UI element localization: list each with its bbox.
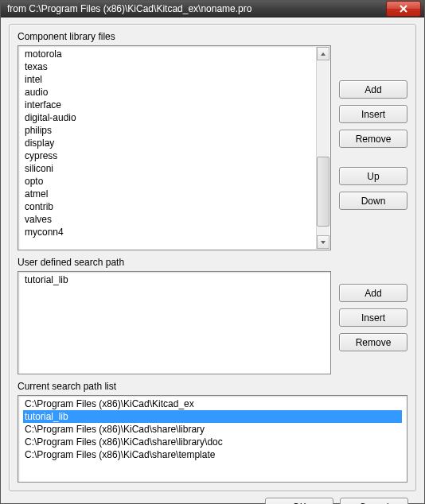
user-search-path-row: tutorial_lib Add Insert Remove [18, 271, 407, 374]
current-search-path-list[interactable]: C:\Program Files (x86)\KiCad\Kitcad_extu… [18, 395, 407, 483]
scroll-track[interactable] [317, 60, 329, 235]
insert-button[interactable]: Insert [339, 308, 407, 327]
current-search-path-label: Current search path list [18, 381, 407, 392]
add-button[interactable]: Add [339, 80, 407, 99]
list-item[interactable]: myconn4 [23, 226, 326, 238]
list-item[interactable]: tutorial_lib [23, 273, 326, 286]
dialog-window: from C:\Program Files (x86)\KiCad\Kitcad… [0, 0, 425, 504]
remove-button[interactable]: Remove [339, 333, 407, 351]
svg-marker-3 [321, 241, 326, 244]
insert-button[interactable]: Insert [339, 105, 407, 123]
scroll-up-button[interactable] [317, 47, 329, 60]
scroll-down-button[interactable] [317, 235, 329, 249]
close-button[interactable] [386, 1, 421, 17]
up-button[interactable]: Up [339, 167, 407, 185]
list-item[interactable]: digital-audio [23, 111, 326, 124]
list-item[interactable]: display [23, 137, 326, 149]
titlebar[interactable]: from C:\Program Files (x86)\KiCad\Kitcad… [1, 1, 424, 17]
list-item[interactable]: C:\Program Files (x86)\KiCad\share\templ… [23, 448, 402, 461]
svg-marker-2 [321, 52, 326, 56]
component-library-scrollbar[interactable] [316, 47, 329, 249]
dialog-footer: OK Cancel [9, 491, 416, 504]
component-library-list[interactable]: motorolatexasintelaudiointerfacedigital-… [18, 45, 331, 250]
list-item[interactable]: texas [23, 60, 326, 73]
scroll-thumb[interactable] [317, 157, 329, 227]
component-library-buttons: Add Insert Remove Up Down [339, 45, 407, 250]
user-search-path-buttons: Add Insert Remove [339, 271, 407, 374]
main-panel: Component library files motorolatexasint… [9, 24, 416, 491]
list-item[interactable]: siliconi [23, 162, 326, 175]
list-item[interactable]: cypress [23, 149, 326, 162]
component-library-label: Component library files [18, 31, 407, 42]
component-library-row: motorolatexasintelaudiointerfacedigital-… [18, 45, 407, 250]
down-button[interactable]: Down [339, 192, 407, 210]
close-icon [400, 5, 407, 13]
list-item[interactable]: tutorial_lib [23, 410, 402, 423]
list-item[interactable]: C:\Program Files (x86)\KiCad\Kitcad_ex [23, 397, 402, 410]
cancel-button[interactable]: Cancel [340, 498, 408, 504]
client-area: Component library files motorolatexasint… [1, 17, 424, 504]
list-item[interactable]: C:\Program Files (x86)\KiCad\share\libra… [23, 423, 402, 436]
list-item[interactable]: atmel [23, 188, 326, 200]
window-title: from C:\Program Files (x86)\KiCad\Kitcad… [7, 3, 386, 14]
list-item[interactable]: philips [23, 124, 326, 137]
list-item[interactable]: opto [23, 175, 326, 188]
list-item[interactable]: intel [23, 73, 326, 86]
list-item[interactable]: valves [23, 213, 326, 226]
list-item[interactable]: motorola [23, 48, 326, 60]
remove-button[interactable]: Remove [339, 130, 407, 148]
ok-button[interactable]: OK [265, 498, 333, 504]
chevron-down-icon [320, 239, 326, 246]
add-button[interactable]: Add [339, 284, 407, 302]
list-item[interactable]: contrib [23, 200, 326, 213]
user-search-path-label: User defined search path [18, 257, 407, 268]
chevron-up-icon [320, 51, 326, 57]
current-search-path-row: C:\Program Files (x86)\KiCad\Kitcad_extu… [18, 395, 407, 483]
list-item[interactable]: interface [23, 99, 326, 111]
user-search-path-list[interactable]: tutorial_lib [18, 271, 331, 374]
list-item[interactable]: audio [23, 86, 326, 99]
list-item[interactable]: C:\Program Files (x86)\KiCad\share\libra… [23, 436, 402, 448]
